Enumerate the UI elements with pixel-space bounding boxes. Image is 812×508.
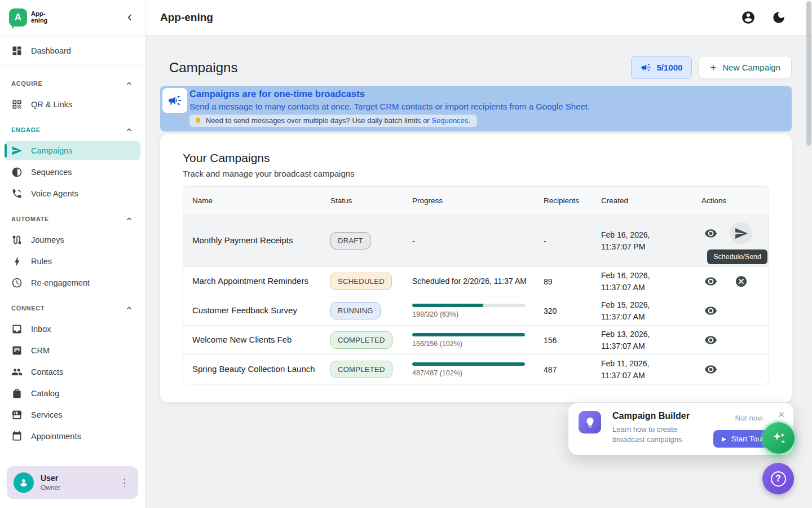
page-scrollbar-thumb[interactable] xyxy=(806,1,811,146)
ai-assistant-fab[interactable] xyxy=(763,422,795,454)
route-icon xyxy=(11,234,23,246)
chevron-up-icon xyxy=(125,79,134,88)
close-icon[interactable]: ✕ xyxy=(776,409,786,421)
col-created: Created xyxy=(601,196,691,205)
quota-value: 5/1000 xyxy=(656,63,682,72)
eye-icon xyxy=(704,363,717,376)
sequences-link[interactable]: Sequences xyxy=(431,116,468,125)
sidebar-item-rules[interactable]: Rules xyxy=(5,252,140,271)
storefront-icon xyxy=(11,409,23,421)
sidebar-item-label: CRM xyxy=(31,346,50,355)
sidebar-section-engage[interactable]: ENGAGE xyxy=(5,116,140,139)
account-circle-icon[interactable] xyxy=(741,10,756,25)
user-card[interactable]: User Owner ⋮ xyxy=(7,466,138,499)
view-button[interactable] xyxy=(699,358,722,381)
progress-cell: 156/156 (102%) xyxy=(412,333,525,348)
user-name: User xyxy=(41,474,60,484)
recipients-cell: 89 xyxy=(544,277,601,286)
user-menu-dots-icon[interactable]: ⋮ xyxy=(117,476,131,490)
recipients-cell: 487 xyxy=(544,365,601,374)
campaign-quota-badge[interactable]: 5/1000 xyxy=(631,56,692,79)
dark-mode-moon-icon[interactable] xyxy=(771,10,786,25)
sidebar-item-inbox[interactable]: Inbox xyxy=(5,319,140,339)
view-button[interactable] xyxy=(699,300,722,322)
cancel-button[interactable] xyxy=(730,270,752,293)
plus-icon: + xyxy=(710,62,716,73)
sidebar-divider xyxy=(0,65,145,65)
sidebar-collapse-button[interactable] xyxy=(123,11,136,24)
send-icon xyxy=(734,226,748,240)
sidebar-item-dashboard[interactable]: Dashboard xyxy=(5,41,140,60)
contrast-circle-icon xyxy=(11,167,23,178)
view-button[interactable] xyxy=(699,222,722,244)
sidebar-item-label: Dashboard xyxy=(31,46,71,55)
campaign-builder-popup: Campaign Builder Learn how to create bro… xyxy=(568,403,793,455)
campaign-name: Spring Beauty Collection Launch xyxy=(192,364,330,375)
sidebar-item-contacts[interactable]: Contacts xyxy=(5,362,140,382)
send-icon xyxy=(11,145,23,156)
logo-line2: ening xyxy=(31,17,47,24)
card-title: Your Campaigns xyxy=(183,151,769,165)
dashboard-icon xyxy=(11,45,23,56)
sidebar-item-label: Appointments xyxy=(31,432,81,441)
lightning-bolt-icon xyxy=(11,256,23,267)
sidebar-item-label: Re-engagement xyxy=(31,278,90,287)
schedule-send-button[interactable] xyxy=(730,222,752,244)
sidebar-item-re-engagement[interactable]: Re-engagement xyxy=(5,273,140,292)
progress-track xyxy=(412,362,525,366)
banner-subtitle: Send a message to many contacts at once.… xyxy=(189,102,590,111)
table-row: Monthly Payment Receipts DRAFT - - Feb 1… xyxy=(183,215,769,266)
calendar-icon xyxy=(11,431,23,442)
sidebar-section-connect[interactable]: CONNECT xyxy=(5,295,140,317)
progress-track xyxy=(412,333,525,336)
sidebar-item-services[interactable]: Services xyxy=(5,405,140,424)
sidebar-item-sequences[interactable]: Sequences xyxy=(5,163,140,182)
sidebar-header: A App- ening xyxy=(0,0,145,36)
campaigns-table: Name Status Progress Recipients Created … xyxy=(183,186,769,384)
shopping-bag-icon xyxy=(11,388,23,399)
user-info: User Owner xyxy=(41,474,60,492)
sidebar-section-automate[interactable]: AUTOMATE xyxy=(5,205,140,228)
sidebar-item-campaigns[interactable]: Campaigns xyxy=(5,141,140,160)
sidebar-item-appointments[interactable]: Appointments xyxy=(5,427,140,446)
sidebar-nav: Dashboard ACQUIRE QR & Links ENGAGE Camp… xyxy=(0,36,145,458)
status-badge: DRAFT xyxy=(330,232,370,249)
sidebar-item-catalog[interactable]: Catalog xyxy=(5,384,140,403)
progress-label: 487/487 (102%) xyxy=(412,369,525,377)
recipients-cell: 320 xyxy=(544,306,601,316)
sidebar-item-qr-links[interactable]: QR & Links xyxy=(5,95,140,114)
view-button[interactable] xyxy=(699,270,722,293)
sidebar-section-acquire[interactable]: ACQUIRE xyxy=(5,70,140,93)
view-button[interactable] xyxy=(699,329,722,352)
section-label: ACQUIRE xyxy=(11,80,43,87)
card-subtitle: Track and manage your broadcast campaign… xyxy=(183,169,769,178)
new-campaign-button[interactable]: + New Campaign xyxy=(699,56,792,79)
table-row: Spring Beauty Collection Launch COMPLETE… xyxy=(183,354,769,384)
lightbulb-icon xyxy=(194,117,202,125)
sidebar-item-label: Voice Agents xyxy=(31,189,78,198)
popup-title: Campaign Builder xyxy=(612,411,698,421)
actions-cell: Schedule/Send xyxy=(691,222,760,244)
progress-cell: 198/320 (63%) xyxy=(412,304,525,318)
chevron-up-icon xyxy=(125,304,134,313)
created-cell: Feb 16, 2026, 11:37:07 AM xyxy=(601,270,676,293)
schedule-send-tooltip: Schedule/Send xyxy=(707,249,767,264)
sidebar: A App- ening Dashboard ACQUIRE QR & Link… xyxy=(0,0,145,508)
not-now-button[interactable]: Not now xyxy=(735,414,763,422)
sidebar-item-journeys[interactable]: Journeys xyxy=(5,230,140,249)
sidebar-item-crm[interactable]: CRM xyxy=(5,341,140,360)
app-logo-icon[interactable]: A xyxy=(9,8,27,27)
popup-subtitle: Learn how to create broadcast campaigns xyxy=(612,424,698,445)
status-badge: COMPLETED xyxy=(330,331,392,349)
col-recipients: Recipients xyxy=(544,196,601,205)
sidebar-item-voice-agents[interactable]: Voice Agents xyxy=(5,184,140,203)
eye-icon xyxy=(704,275,717,288)
header-title: App-ening xyxy=(160,11,213,24)
table-row: Welcome New Clients Feb COMPLETED 156/15… xyxy=(183,325,769,354)
sidebar-item-label: Journeys xyxy=(31,235,64,244)
app-logo-text[interactable]: App- ening xyxy=(31,11,47,24)
banner-tip-text: Need to send messages over multiple days… xyxy=(206,116,470,125)
help-fab[interactable]: ? xyxy=(762,463,794,494)
play-icon: ▶ xyxy=(722,436,726,442)
phone-icon xyxy=(11,188,23,199)
